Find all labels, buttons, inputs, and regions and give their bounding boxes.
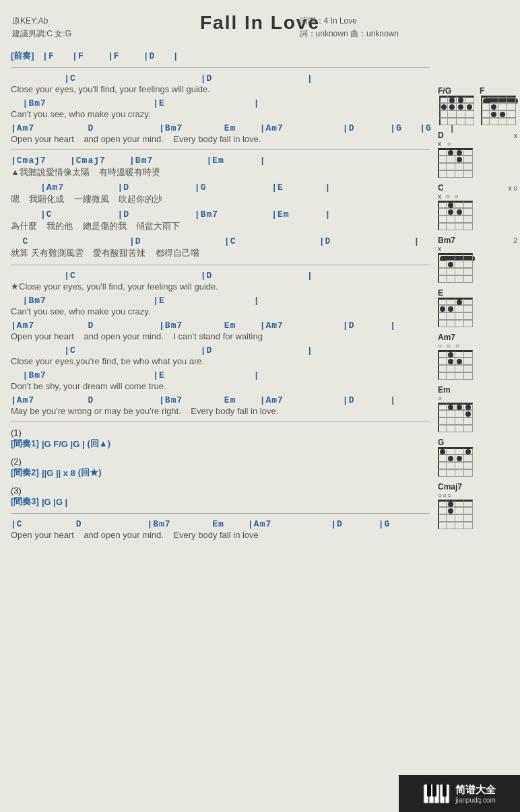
row3 xyxy=(439,110,474,118)
chord-ch-6: |Am7 D |Bm7 Em |Am7 |D | xyxy=(11,395,430,405)
chord-em-title: Em xyxy=(438,385,517,395)
c1 xyxy=(438,148,447,156)
chinese-verse: |Cmaj7 |Cmaj7 |Bm7 |Em | ▲我聽說愛情像太陽 有時溫暖有… xyxy=(11,156,430,259)
chord-cn-1: |Cmaj7 |Cmaj7 |Bm7 |Em | xyxy=(11,156,430,166)
interlude-1: (1) [間奏1] |G F/G |G | (回▲) xyxy=(11,428,430,450)
c10 xyxy=(448,110,457,118)
chord-d-grid xyxy=(438,148,517,178)
c12 xyxy=(464,312,473,320)
chord-f: F xyxy=(480,86,516,125)
interlude-2-number: (2) xyxy=(11,456,430,467)
c11 xyxy=(455,417,464,425)
chord-cn-4: C |D |C |D | xyxy=(11,236,430,246)
c5 xyxy=(439,103,448,110)
row1 xyxy=(439,96,474,103)
c4 xyxy=(464,298,473,305)
row3 xyxy=(438,417,517,425)
c7 xyxy=(455,410,464,417)
svg-rect-7 xyxy=(443,784,447,797)
chord-g-title: G xyxy=(438,438,517,447)
c13 xyxy=(438,469,447,477)
c3 xyxy=(455,403,464,410)
divider-5 xyxy=(11,513,430,514)
c4 xyxy=(464,403,473,410)
c9 xyxy=(438,312,447,320)
interlude-3-chords: |G |G | xyxy=(42,497,67,507)
c11 xyxy=(455,462,464,469)
chord-c: C x o x ○ ○ xyxy=(438,183,517,230)
c10 xyxy=(447,417,455,425)
row2 xyxy=(438,410,517,417)
chord-e-grid xyxy=(438,298,517,327)
c13 xyxy=(438,223,447,230)
row3 xyxy=(438,163,517,170)
row1 xyxy=(438,148,517,156)
divider-3 xyxy=(11,265,430,265)
c2 xyxy=(447,253,455,261)
c4 xyxy=(464,500,473,507)
chord-e-title: E xyxy=(438,288,517,298)
page: 原KEY:Ab 建議男調:C 女:G Fall In Love 演唱：4 In … xyxy=(0,0,520,812)
c12 xyxy=(464,268,473,275)
c5 xyxy=(438,507,447,514)
c13 xyxy=(481,118,490,125)
chord-bm7: Bm7 2 x xyxy=(438,236,517,283)
lyric-ch-6: May be you're wrong or may be you're rig… xyxy=(11,406,430,416)
c11 xyxy=(498,110,507,118)
c12 xyxy=(464,514,473,522)
c8 xyxy=(464,454,473,462)
interlude-2-chords: ||G || x 8 xyxy=(42,468,75,478)
c16 xyxy=(464,275,473,283)
lyric-ch-1: ★Close your eyes, you'll find, your feel… xyxy=(11,281,430,292)
interlude-2-tag: [間奏2] xyxy=(11,467,39,479)
c5 xyxy=(438,208,447,215)
c2 xyxy=(447,403,455,410)
c3 xyxy=(455,447,464,454)
row3 xyxy=(438,462,517,469)
c8 xyxy=(464,507,473,514)
c2 xyxy=(447,298,455,305)
c15 xyxy=(455,372,464,380)
c2 xyxy=(447,201,455,208)
chord-cn-3: |C |D |Bm7 |Em | xyxy=(11,209,430,219)
c8 xyxy=(464,410,473,417)
lyric-ch-3: Open your heart and open your mind. I ca… xyxy=(11,331,430,341)
c14 xyxy=(447,522,455,529)
c5 xyxy=(438,410,447,417)
chord-fg: F/G xyxy=(438,86,474,125)
chord-row-1: |C |D | xyxy=(11,73,430,83)
chord-em-open: ○ xyxy=(438,395,517,402)
final-lyric: Open your heart and open your mind. Ever… xyxy=(11,530,430,540)
c5 xyxy=(438,156,447,163)
c7 xyxy=(455,208,464,215)
c7 xyxy=(455,156,464,163)
chord-am7-open: ○ ○ ○ xyxy=(438,342,517,349)
c9 xyxy=(438,462,447,469)
c16 xyxy=(464,522,473,529)
c12 xyxy=(464,163,473,170)
c16 xyxy=(507,118,516,125)
c13 xyxy=(438,372,447,380)
lyric-row-2: Can't you see, who make you crazy. xyxy=(11,109,430,119)
c7 xyxy=(455,305,464,312)
c16 xyxy=(464,170,473,178)
c11 xyxy=(457,110,465,118)
row1 xyxy=(438,403,517,410)
row2 xyxy=(438,208,517,215)
brand-bar: 简谱大全 jianpudq.com xyxy=(399,775,520,812)
divider-2 xyxy=(11,149,430,150)
chord-fg-grid xyxy=(439,96,474,125)
row3 xyxy=(481,110,516,118)
brand-name: 简谱大全 xyxy=(455,784,496,797)
c12 xyxy=(464,462,473,469)
header: 原KEY:Ab 建議男調:C 女:G Fall In Love 演唱：4 In … xyxy=(0,7,520,47)
c9 xyxy=(481,110,490,118)
c12 xyxy=(464,417,473,425)
chord-d-x: x xyxy=(514,132,517,139)
c4 xyxy=(464,253,473,261)
c13 xyxy=(438,425,447,432)
chord-am7-grid xyxy=(438,350,517,380)
row2 xyxy=(438,454,517,462)
c5 xyxy=(481,103,490,110)
row3 xyxy=(438,215,517,223)
